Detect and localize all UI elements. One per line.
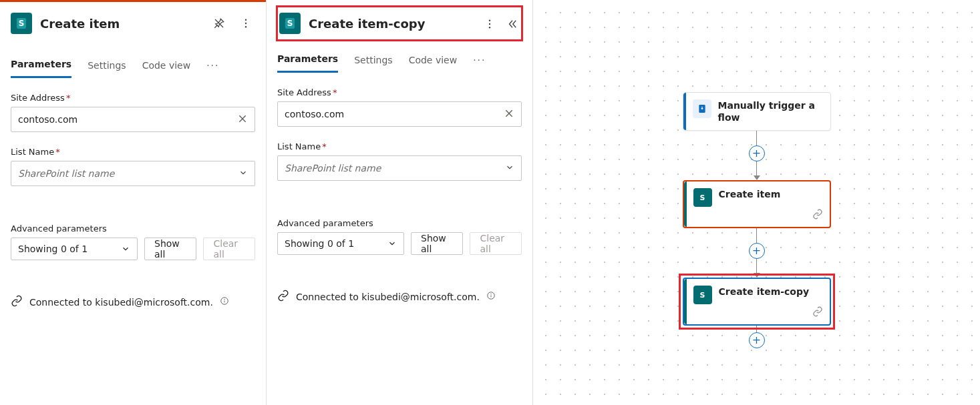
site-address-label: Site Address* [11, 93, 255, 103]
site-address-value: contoso.com [285, 109, 498, 119]
list-name-label: List Name* [277, 141, 522, 151]
advanced-parameters-label: Advanced parameters [11, 224, 255, 234]
link-icon [11, 295, 23, 309]
svg-point-3 [245, 26, 247, 27]
action-title: Create item-copy [719, 286, 810, 318]
action-create-item-copy-card[interactable]: S Create item-copy [683, 278, 831, 326]
clear-all-button: Clear all [470, 232, 522, 255]
panel-create-item: S Create item Parameters Settings Code v… [0, 0, 267, 405]
add-step-button[interactable]: + [749, 243, 765, 259]
list-name-input[interactable]: SharePoint list name [277, 155, 522, 181]
sharepoint-icon: S [279, 13, 301, 34]
link-icon [812, 209, 823, 222]
link-icon [277, 290, 289, 304]
list-name-label: List Name* [11, 147, 255, 157]
more-icon[interactable] [236, 14, 255, 33]
sharepoint-icon: S [693, 286, 712, 304]
list-name-placeholder: SharePoint list name [285, 163, 500, 173]
add-step-button[interactable]: + [749, 332, 765, 348]
tab-parameters[interactable]: Parameters [277, 53, 338, 73]
tab-parameters[interactable]: Parameters [11, 59, 71, 78]
collapse-icon[interactable] [503, 15, 522, 33]
unpin-icon[interactable] [210, 14, 228, 33]
clear-icon[interactable] [504, 108, 514, 121]
advanced-parameters-row: Showing 0 of 1 Show all Clear all [11, 238, 255, 260]
sharepoint-icon: S [693, 188, 712, 207]
link-icon [812, 306, 823, 319]
action-title: Create item [719, 188, 781, 220]
trigger-card[interactable]: Manually trigger a flow [683, 92, 831, 131]
svg-point-8 [224, 299, 225, 300]
svg-point-1 [245, 19, 247, 21]
connection-text: Connected to kisubedi@microsoft.com. [296, 292, 480, 302]
list-name-input[interactable]: SharePoint list name [11, 161, 255, 186]
tab-settings[interactable]: Settings [354, 55, 392, 72]
tab-settings[interactable]: Settings [88, 60, 126, 77]
flow-column: Manually trigger a flow + S Create item … [683, 92, 831, 348]
panel-header: S Create item [11, 0, 255, 47]
advanced-parameters-select[interactable]: Showing 0 of 1 [277, 232, 404, 255]
tab-code-view[interactable]: Code view [142, 60, 191, 77]
panel-title: Create item [40, 17, 202, 31]
advanced-parameters-row: Showing 0 of 1 Show all Clear all [277, 232, 522, 255]
tabs: Parameters Settings Code view ··· [11, 59, 255, 78]
show-all-button[interactable]: Show all [144, 238, 196, 260]
trigger-icon [693, 99, 711, 118]
add-step-button[interactable]: + [749, 145, 765, 161]
advanced-parameters-select[interactable]: Showing 0 of 1 [11, 238, 138, 260]
clear-all-button: Clear all [203, 238, 255, 260]
clear-icon[interactable] [237, 113, 248, 126]
tab-overflow-icon[interactable]: ··· [206, 60, 219, 77]
connection-row: Connected to kisubedi@microsoft.com. [277, 290, 522, 304]
site-address-input[interactable]: contoso.com [11, 107, 255, 132]
connection-row: Connected to kisubedi@microsoft.com. [11, 295, 255, 309]
site-address-label: Site Address* [277, 87, 522, 97]
svg-point-2 [245, 23, 247, 24]
site-address-value: contoso.com [18, 114, 232, 125]
panel-create-item-copy: S Create item-copy Parameters Settings C… [267, 0, 533, 405]
site-address-input[interactable]: contoso.com [277, 101, 522, 127]
action-create-item-card[interactable]: S Create item [683, 180, 831, 228]
show-all-button[interactable]: Show all [411, 232, 463, 255]
chevron-down-icon[interactable] [238, 168, 248, 179]
chevron-down-icon[interactable] [505, 163, 514, 174]
more-icon[interactable] [480, 15, 499, 33]
list-name-placeholder: SharePoint list name [18, 168, 233, 179]
sharepoint-icon: S [11, 13, 32, 34]
info-icon[interactable] [486, 291, 496, 302]
tab-overflow-icon[interactable]: ··· [473, 55, 486, 72]
svg-point-9 [489, 20, 490, 21]
flow-canvas[interactable]: Manually trigger a flow + S Create item … [533, 0, 980, 405]
tabs: Parameters Settings Code view ··· [277, 53, 522, 73]
advanced-parameters-label: Advanced parameters [277, 218, 522, 228]
svg-point-16 [491, 294, 492, 294]
svg-point-11 [489, 27, 490, 28]
svg-point-10 [489, 23, 490, 25]
tab-code-view[interactable]: Code view [409, 55, 458, 72]
connection-text: Connected to kisubedi@microsoft.com. [29, 297, 213, 308]
info-icon[interactable] [220, 296, 229, 308]
trigger-title: Manually trigger a flow [718, 99, 822, 123]
